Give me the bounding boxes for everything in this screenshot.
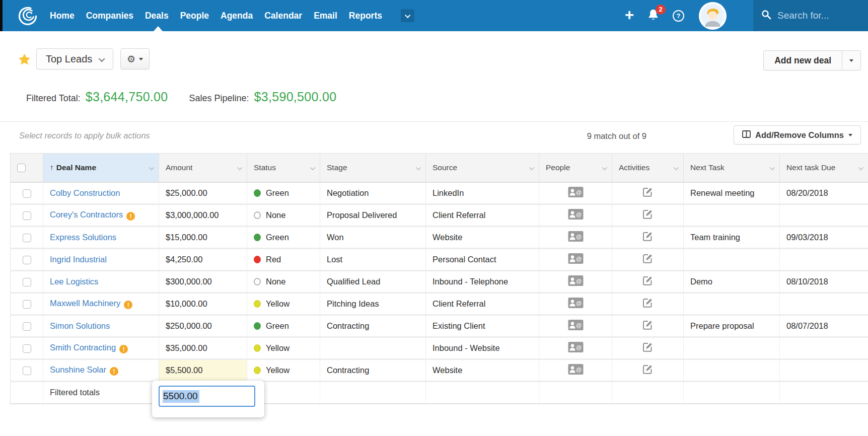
nav-item-agenda[interactable]: Agenda [221, 11, 253, 21]
next-task-due-cell[interactable]: 09/03/2018 [780, 227, 868, 249]
row-checkbox[interactable] [23, 189, 31, 198]
log-activity-icon[interactable] [642, 234, 653, 243]
nav-item-deals[interactable]: Deals [145, 11, 169, 21]
deal-name-link[interactable]: Sunshine Solar [50, 365, 106, 374]
amount-cell[interactable]: $250,000.00 [159, 315, 247, 337]
log-activity-icon[interactable] [642, 256, 653, 265]
amount-cell[interactable]: $3,000,000.00 [159, 204, 247, 227]
log-activity-icon[interactable] [642, 367, 653, 376]
column-header-next-task-due[interactable]: Next task Due [780, 154, 868, 182]
status-cell[interactable]: None [247, 204, 320, 227]
status-cell[interactable]: Green [247, 182, 320, 204]
row-checkbox[interactable] [23, 322, 31, 331]
stage-cell[interactable]: Negotiation [320, 182, 426, 204]
deal-name-link[interactable]: Maxwell Machinery [50, 299, 120, 308]
log-activity-icon[interactable] [642, 278, 653, 287]
notifications-bell-icon[interactable]: 2 [647, 9, 659, 23]
chevron-down-icon[interactable] [529, 165, 534, 169]
status-cell[interactable]: None [247, 271, 320, 293]
amount-cell[interactable]: $15,000.00 [159, 227, 247, 249]
column-header-activities[interactable]: Activities [612, 154, 684, 182]
column-header-status[interactable]: Status [247, 154, 320, 182]
log-activity-icon[interactable] [642, 190, 653, 199]
status-cell[interactable]: Yellow [247, 337, 320, 359]
favorite-star-icon[interactable] [18, 53, 31, 68]
nav-more-menu-button[interactable] [401, 9, 414, 22]
next-task-cell[interactable]: Team training [684, 227, 780, 249]
amount-cell[interactable]: $35,000.00 [159, 337, 247, 359]
next-task-due-cell[interactable] [780, 293, 868, 315]
status-cell[interactable]: Green [247, 227, 320, 249]
contact-card-icon[interactable]: @ [568, 345, 584, 354]
next-task-cell[interactable] [684, 249, 780, 271]
amount-cell[interactable]: $10,000.00 [159, 293, 247, 315]
chevron-down-icon[interactable] [310, 165, 315, 169]
deal-name-link[interactable]: Lee Logistics [50, 277, 98, 286]
contact-card-icon[interactable]: @ [568, 323, 584, 332]
log-activity-icon[interactable] [642, 212, 653, 221]
source-cell[interactable]: Personal Contact [426, 249, 539, 271]
row-checkbox[interactable] [23, 367, 31, 375]
column-header-stage[interactable]: Stage [320, 154, 426, 182]
next-task-due-cell[interactable] [780, 204, 868, 227]
contact-card-icon[interactable]: @ [568, 301, 584, 310]
nav-item-email[interactable]: Email [314, 11, 337, 21]
stage-cell[interactable]: Lost [320, 249, 426, 271]
column-header-people[interactable]: People [539, 154, 612, 182]
contact-card-icon[interactable]: @ [568, 190, 584, 199]
next-task-cell[interactable] [684, 359, 780, 382]
stage-cell[interactable]: Proposal Delivered [320, 204, 426, 227]
chevron-down-icon[interactable] [858, 165, 863, 169]
source-cell[interactable]: Website [426, 359, 539, 382]
next-task-due-cell[interactable]: 08/10/2018 [780, 271, 868, 293]
deal-name-link[interactable]: Express Solutions [50, 233, 116, 242]
contact-card-icon[interactable]: @ [568, 368, 584, 377]
nav-item-reports[interactable]: Reports [349, 11, 382, 21]
amount-cell[interactable]: $5,500.00 [159, 359, 247, 382]
stage-cell[interactable]: Qualified Lead [320, 271, 426, 293]
next-task-due-cell[interactable] [780, 337, 868, 359]
amount-cell[interactable]: $4,250.00 [159, 249, 247, 271]
next-task-cell[interactable] [684, 337, 780, 359]
status-cell[interactable]: Red [247, 249, 320, 271]
stage-cell[interactable]: Contracting [320, 315, 426, 337]
user-avatar[interactable] [699, 2, 727, 30]
deal-name-link[interactable]: Ingrid Industrial [50, 255, 107, 264]
column-header-amount[interactable]: Amount [159, 154, 247, 182]
source-cell[interactable]: Client Referral [426, 204, 539, 227]
add-remove-columns-button[interactable]: Add/Remove Columns [734, 125, 861, 144]
log-activity-icon[interactable] [642, 323, 653, 332]
next-task-cell[interactable]: Renewal meeting [684, 182, 780, 204]
help-icon[interactable]: ? [673, 10, 684, 22]
source-cell[interactable]: Client Referral [426, 293, 539, 315]
row-checkbox[interactable] [23, 234, 31, 242]
status-cell[interactable]: Yellow [247, 359, 320, 382]
status-cell[interactable]: Green [247, 315, 320, 337]
row-checkbox[interactable] [23, 211, 31, 220]
chevron-down-icon[interactable] [770, 165, 774, 169]
chevron-down-icon[interactable] [149, 165, 154, 169]
stage-cell[interactable]: Contracting [320, 359, 426, 382]
nav-item-companies[interactable]: Companies [86, 11, 133, 21]
saved-list-selector[interactable]: Top Leads [36, 48, 113, 69]
amount-cell[interactable]: $300,000.00 [159, 271, 247, 293]
deal-name-link[interactable]: Smith Contracting [50, 343, 116, 352]
contact-card-icon[interactable]: @ [568, 235, 584, 244]
row-checkbox[interactable] [23, 344, 31, 353]
next-task-due-cell[interactable]: 08/20/2018 [780, 182, 868, 204]
row-checkbox[interactable] [23, 256, 31, 264]
source-cell[interactable]: Inbound - Telephone [426, 271, 539, 293]
row-checkbox[interactable] [23, 300, 31, 309]
deal-name-link[interactable]: Colby Construction [50, 188, 120, 197]
stage-cell[interactable]: Pitching Ideas [320, 293, 426, 315]
log-activity-icon[interactable] [642, 345, 653, 354]
nav-item-people[interactable]: People [180, 11, 209, 21]
deal-name-link[interactable]: Simon Solutions [50, 321, 110, 330]
next-task-cell[interactable]: Demo [684, 271, 780, 293]
stage-cell[interactable] [320, 337, 426, 359]
contact-card-icon[interactable]: @ [568, 279, 584, 288]
next-task-cell[interactable]: Prepare proposal [684, 315, 780, 337]
status-cell[interactable]: Yellow [247, 293, 320, 315]
nav-item-calendar[interactable]: Calendar [264, 11, 302, 21]
amount-cell[interactable]: $25,000.00 [159, 182, 247, 204]
